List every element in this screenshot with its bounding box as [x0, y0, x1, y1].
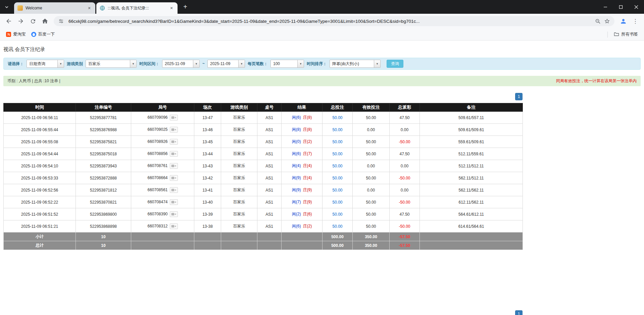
select-label: 请选择：: [8, 61, 24, 67]
cell-table: AS1: [257, 208, 282, 220]
video-replay-icon[interactable]: [170, 223, 178, 229]
date-end-value: 2025-11-09: [208, 61, 238, 66]
video-replay-icon[interactable]: [170, 139, 178, 145]
url-text[interactable]: 66cxkj98.com/game/betrecord_search/kind3…: [68, 19, 419, 24]
player-result: 闲(7): [292, 200, 301, 204]
cell-result: 闲(0)庄(2): [282, 136, 323, 148]
cell-bet-id: 522953870821: [76, 196, 131, 208]
chevron-down-icon[interactable]: ▾: [57, 60, 64, 67]
url-bar[interactable]: 66cxkj98.com/game/betrecord_search/kind3…: [54, 16, 614, 26]
cell-session: 13-40: [194, 196, 221, 208]
cell-payout: 47.50: [390, 208, 420, 220]
chevron-down-icon[interactable]: ▾: [238, 60, 245, 67]
game-type-select[interactable]: 百家乐 ▾: [86, 60, 137, 68]
home-button[interactable]: [39, 15, 51, 27]
date-start-select[interactable]: 2025-11-09 ▾: [162, 60, 200, 68]
cell-table: AS1: [257, 220, 282, 232]
video-replay-icon[interactable]: [170, 163, 178, 169]
cell-note: 512.11/559.61: [420, 148, 523, 160]
tab-close-icon[interactable]: ✕: [169, 5, 174, 11]
site-permissions-icon[interactable]: [56, 16, 66, 26]
video-replay-icon[interactable]: [170, 199, 178, 205]
cell-round-id: 660708856: [131, 148, 194, 160]
col-header-valid-bet: 有效投注: [353, 103, 390, 112]
player-result: 闲(2): [292, 212, 301, 216]
total-bet-link[interactable]: 50.00: [332, 115, 342, 120]
player-result: 闲(9): [292, 175, 301, 180]
cell-payout: 47.50: [390, 148, 420, 160]
chevron-down-icon[interactable]: ▾: [374, 60, 380, 67]
page-1-button[interactable]: 1: [515, 93, 523, 100]
video-replay-icon[interactable]: [170, 187, 178, 193]
back-button[interactable]: [3, 15, 15, 27]
cell-payout: -50.00: [390, 220, 420, 232]
new-tab-button[interactable]: +: [181, 2, 190, 12]
total-bet-link[interactable]: 50.00: [332, 212, 342, 217]
search-button[interactable]: 查询: [387, 60, 403, 68]
cell-session: 13-41: [194, 184, 221, 196]
zoom-icon[interactable]: [593, 16, 602, 26]
forward-button[interactable]: [15, 15, 27, 27]
banker-result: 庄(2): [303, 224, 312, 228]
chevron-down-icon[interactable]: ▾: [193, 60, 199, 67]
bookmark-star-icon[interactable]: [602, 16, 612, 26]
cell-time: 2025-11-09 06:51:21: [4, 220, 76, 232]
globe-favicon-icon: [100, 5, 105, 11]
cell-valid-bet: 50.00: [353, 208, 390, 220]
bookmark-baidu[interactable]: 百度一下: [29, 30, 58, 39]
total-bet-link[interactable]: 50.00: [332, 176, 342, 180]
total-bet-link[interactable]: 50.00: [332, 152, 342, 156]
per-page-select[interactable]: 100 ▾: [270, 60, 304, 68]
chevron-down-icon[interactable]: ▾: [297, 60, 304, 67]
page-1-button[interactable]: 1: [515, 310, 523, 315]
video-replay-icon[interactable]: [170, 211, 178, 217]
cell-session: 13-44: [194, 148, 221, 160]
close-button[interactable]: [629, 0, 644, 14]
tab-betrecord[interactable]: :::视讯, 会员下注纪录::: ✕: [96, 2, 178, 14]
chevron-down-icon[interactable]: ▾: [130, 60, 136, 67]
cell-session: 13-42: [194, 172, 221, 184]
cell-table: AS1: [257, 160, 282, 172]
cell-note: 564.61/612.11: [420, 208, 523, 220]
refresh-button[interactable]: [27, 15, 39, 27]
all-bookmarks-button[interactable]: 所有书签: [611, 30, 641, 39]
sort-select[interactable]: 降幂(由大到小) ▾: [330, 60, 381, 68]
query-type-select[interactable]: 日期查询 ▾: [27, 60, 64, 68]
profile-avatar[interactable]: [617, 15, 629, 27]
total-bet-link[interactable]: 50.00: [332, 200, 342, 205]
cell-result: 闲(2)庄(6): [282, 208, 323, 220]
bookmark-taobao[interactable]: 淘 爱淘宝: [3, 30, 29, 39]
total-bet-link[interactable]: 50.00: [332, 164, 342, 168]
date-end-select[interactable]: 2025-11-09 ▾: [207, 60, 245, 68]
tab-close-icon[interactable]: ✕: [87, 5, 92, 11]
cell-game-type: 百家乐: [221, 148, 257, 160]
chevron-down-icon: [5, 5, 9, 9]
video-replay-icon[interactable]: [170, 115, 178, 120]
video-replay-icon[interactable]: [170, 127, 178, 133]
cell-total-bet: 50.00: [323, 184, 353, 196]
taobao-icon: 淘: [6, 32, 11, 37]
col-header-bet-id: 注单编号: [76, 103, 131, 112]
cell-bet-id: 522953875821: [76, 136, 131, 148]
game-type-label: 游戏类别: [67, 61, 83, 67]
round-id-text: 660708312: [147, 224, 167, 228]
minimize-button[interactable]: [598, 0, 613, 14]
tab-welcome[interactable]: Welcome ✕: [14, 2, 95, 14]
home-icon: [42, 18, 48, 24]
total-bet-link[interactable]: 50.00: [332, 224, 342, 229]
cell-time: 2025-11-09 06:54:44: [4, 148, 76, 160]
video-replay-icon[interactable]: [170, 151, 178, 157]
cell-bet-id: 522953868898: [76, 220, 131, 232]
menu-button[interactable]: ⋮: [629, 15, 641, 27]
maximize-button[interactable]: [613, 0, 629, 14]
total-bet-link[interactable]: 50.00: [332, 140, 342, 144]
col-header-total-bet: 总投注: [323, 103, 353, 112]
tab-search-button[interactable]: [2, 2, 11, 12]
cell-bet-id: 522953869800: [76, 208, 131, 220]
cell-session: 13-38: [194, 220, 221, 232]
cell-valid-bet: 50.00: [353, 220, 390, 232]
total-bet-link[interactable]: 50.00: [332, 188, 342, 193]
cell-total-bet: 50.00: [323, 172, 353, 184]
total-bet-link[interactable]: 50.00: [332, 127, 342, 132]
video-replay-icon[interactable]: [170, 175, 178, 181]
